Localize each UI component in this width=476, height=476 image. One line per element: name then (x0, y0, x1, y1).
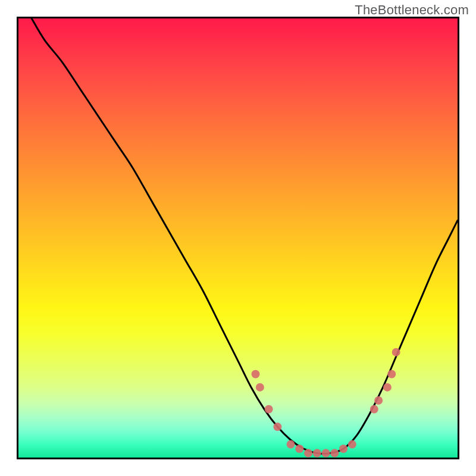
marker-dot (273, 422, 281, 431)
marker-dot (304, 449, 312, 458)
marker-dot (252, 370, 260, 378)
marker-dot (387, 370, 396, 378)
marker-dot (383, 383, 392, 392)
marker-dot (330, 449, 339, 458)
curve-svg (18, 18, 458, 458)
marker-dot (348, 440, 356, 449)
marker-dot (322, 449, 330, 458)
marker-dot (339, 444, 347, 453)
marker-dot (256, 383, 264, 392)
marker-dot (374, 396, 383, 405)
bottleneck-curve (32, 18, 458, 454)
marker-dot (265, 405, 273, 414)
marker-dot (295, 444, 303, 453)
marker-dot (287, 440, 295, 449)
chart-container: TheBottleneck.com (0, 0, 476, 476)
marker-dots (252, 348, 400, 458)
marker-dot (392, 348, 400, 356)
marker-dot (313, 449, 321, 458)
plot-frame (17, 17, 459, 459)
marker-dot (370, 405, 378, 414)
watermark-text: TheBottleneck.com (355, 2, 469, 18)
